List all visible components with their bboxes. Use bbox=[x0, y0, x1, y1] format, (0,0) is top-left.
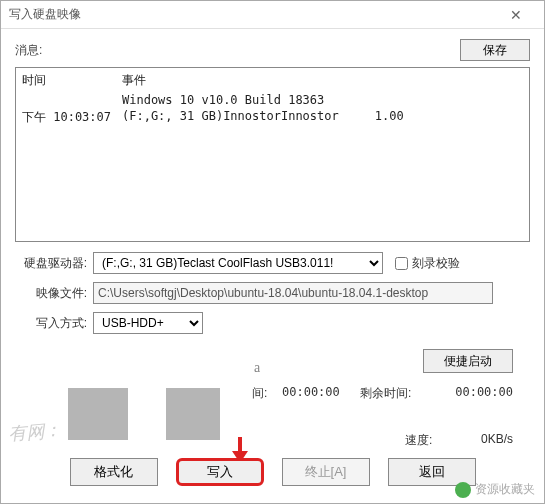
write-button[interactable]: 写入 bbox=[176, 458, 264, 486]
obscured-region bbox=[68, 388, 128, 440]
watermark-left: 有网： bbox=[7, 418, 63, 447]
log-header-time: 时间 bbox=[22, 72, 122, 89]
window-title: 写入硬盘映像 bbox=[9, 6, 496, 23]
image-path-field[interactable] bbox=[93, 282, 493, 304]
log-row: 下午 10:03:07 (F:,G:, 31 GB)InnostorInnost… bbox=[22, 109, 523, 126]
method-select[interactable]: USB-HDD+ bbox=[93, 312, 203, 334]
verify-checkbox-label: 刻录校验 bbox=[412, 255, 460, 272]
titlebar: 写入硬盘映像 ✕ bbox=[1, 1, 544, 29]
drive-select[interactable]: (F:,G:, 31 GB)Teclast CoolFlash USB3.011… bbox=[93, 252, 383, 274]
abort-button: 终止[A] bbox=[282, 458, 370, 486]
speed-label: 速度: bbox=[405, 432, 432, 449]
stray-char: a bbox=[254, 360, 260, 376]
remain-label: 剩余时间: bbox=[360, 385, 411, 402]
save-button[interactable]: 保存 bbox=[460, 39, 530, 61]
close-icon[interactable]: ✕ bbox=[496, 7, 536, 23]
method-label: 写入方式: bbox=[15, 315, 93, 332]
wechat-icon bbox=[455, 482, 471, 498]
obscured-region bbox=[166, 388, 220, 440]
elapsed-value: 00:00:00 bbox=[282, 385, 340, 399]
watermark-right: 资源收藏夹 bbox=[455, 481, 535, 498]
log-row: Windows 10 v10.0 Build 18363 bbox=[22, 93, 523, 107]
drive-label: 硬盘驱动器: bbox=[15, 255, 93, 272]
format-button[interactable]: 格式化 bbox=[70, 458, 158, 486]
log-header-event: 事件 bbox=[122, 72, 523, 89]
quick-boot-button[interactable]: 便捷启动 bbox=[423, 349, 513, 373]
image-label: 映像文件: bbox=[15, 285, 93, 302]
remain-value: 00:00:00 bbox=[455, 385, 513, 399]
log-area: 时间 事件 Windows 10 v10.0 Build 18363 下午 10… bbox=[15, 67, 530, 242]
verify-checkbox-input[interactable] bbox=[395, 257, 408, 270]
elapsed-label: 间: bbox=[252, 385, 267, 402]
verify-checkbox[interactable]: 刻录校验 bbox=[395, 255, 460, 272]
message-label: 消息: bbox=[15, 42, 460, 59]
speed-value: 0KB/s bbox=[481, 432, 513, 446]
obscured-region bbox=[118, 342, 253, 387]
